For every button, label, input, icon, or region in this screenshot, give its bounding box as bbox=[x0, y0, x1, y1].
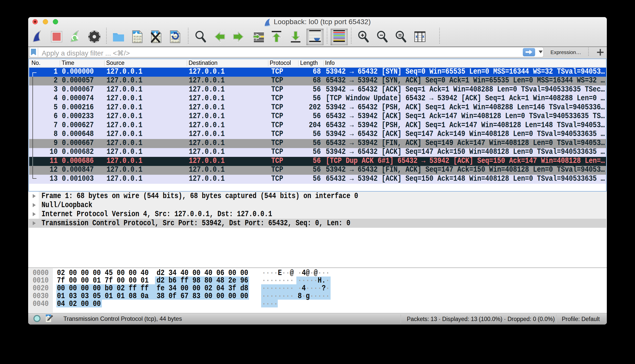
svg-text:01110: 01110 bbox=[171, 40, 179, 43]
svg-text:01110: 01110 bbox=[134, 40, 142, 43]
